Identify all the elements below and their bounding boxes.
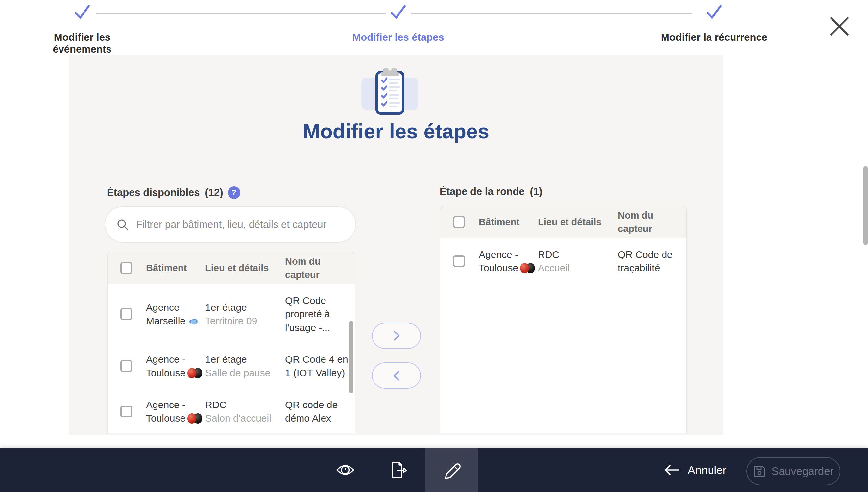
round-panel-count: (1): [530, 186, 542, 198]
search-input[interactable]: [136, 219, 346, 230]
table-row: Agence - Toulouse 1er étageSalle de paus…: [107, 343, 355, 389]
cancel-button[interactable]: Annuler: [664, 448, 726, 492]
check-icon: [706, 4, 723, 20]
row-checkbox[interactable]: [453, 255, 465, 267]
search-bar: [105, 206, 356, 243]
red-black-circles-icon: [187, 413, 202, 424]
fish-icon: [188, 318, 199, 326]
chevron-left-icon: [391, 370, 402, 381]
check-icon: [390, 4, 407, 20]
page-title: Modifier les étapes: [69, 119, 723, 143]
stepper-step-label: Modifier la récurrence: [658, 31, 770, 43]
table-header-row: Bâtiment Lieu et détails Nom du capteur: [440, 206, 686, 239]
table-row: Agence - Toulouse RDCAccueil QR Code de …: [440, 239, 686, 284]
stepper-step-recurrence[interactable]: Modifier la récurrence: [658, 0, 770, 43]
page-scrollbar-thumb[interactable]: [863, 166, 868, 245]
check-icon: [74, 4, 91, 20]
capteur-cell: QR code de démo Alex: [285, 398, 355, 425]
document-export-icon: [389, 461, 408, 479]
view-mode-button[interactable]: [329, 448, 362, 492]
stepper-step-events[interactable]: Modifier les événements: [26, 0, 138, 55]
arrow-left-icon: [664, 464, 679, 475]
pencil-icon: [442, 461, 461, 479]
batiment-cell: Agence - Toulouse: [146, 352, 205, 379]
available-panel-heading: Étapes disponibles (12) ?: [107, 187, 240, 199]
cancel-label: Annuler: [688, 464, 726, 476]
column-header-capteur: Nom du capteur: [618, 209, 686, 235]
stepper-step-etapes[interactable]: Modifier les étapes: [342, 0, 454, 43]
capteur-cell: QR Code propreté à l'usage -...: [285, 294, 355, 334]
edit-mode-button-active[interactable]: [425, 448, 478, 492]
close-icon: [829, 16, 849, 36]
lieu-cell: RDCAccueil: [538, 248, 618, 275]
edit-round-modal: Modifier les événements Modifier les éta…: [0, 0, 868, 492]
batiment-cell: Agence - Toulouse: [146, 398, 205, 425]
select-all-checkbox[interactable]: [120, 262, 132, 274]
round-steps-table: Bâtiment Lieu et détails Nom du capteur …: [440, 205, 687, 434]
stepper-step-label: Modifier les événements: [26, 31, 138, 55]
row-checkbox[interactable]: [120, 308, 132, 320]
save-button[interactable]: Sauvegarder: [746, 457, 840, 486]
capteur-cell: QR Code 4 en 1 (IOT Valley): [285, 352, 355, 379]
move-right-button[interactable]: [372, 323, 421, 349]
column-header-lieu: Lieu et détails: [538, 215, 618, 228]
modal-body: Modifier les étapes Étapes disponibles (…: [69, 55, 723, 435]
save-label: Sauvegarder: [772, 465, 834, 477]
column-header-lieu: Lieu et détails: [205, 262, 285, 275]
column-header-capteur: Nom du capteur: [285, 255, 355, 281]
available-panel-count: (12): [205, 187, 223, 199]
search-icon: [117, 218, 129, 231]
round-panel-heading: Étape de la ronde (1): [440, 186, 542, 198]
lieu-cell: 1er étageTerritoire 09: [205, 301, 285, 327]
red-black-circles-icon: [187, 368, 202, 378]
bottom-toolbar: Annuler Sauvegarder: [0, 448, 868, 492]
row-checkbox[interactable]: [120, 360, 132, 372]
column-header-batiment: Bâtiment: [479, 215, 538, 228]
eye-icon: [336, 463, 354, 477]
column-header-batiment: Bâtiment: [146, 262, 205, 275]
table-scrollbar-thumb[interactable]: [349, 321, 353, 393]
row-checkbox[interactable]: [120, 405, 132, 417]
help-icon[interactable]: ?: [228, 187, 240, 199]
batiment-cell: Agence - Marseille: [146, 301, 205, 327]
lieu-cell: 1er étageSalle de pause: [205, 352, 285, 379]
close-button[interactable]: [827, 14, 852, 39]
available-steps-table: Bâtiment Lieu et détails Nom du capteur …: [107, 252, 355, 434]
stepper-step-label: Modifier les étapes: [342, 31, 454, 43]
clipboard-checklist-icon: [373, 65, 407, 116]
select-all-checkbox[interactable]: [453, 216, 465, 228]
export-document-button[interactable]: [382, 448, 415, 492]
table-row: Agence - Toulouse RDCSalon d'accueil QR …: [107, 389, 355, 434]
capteur-cell: QR Code de traçabilité: [618, 248, 686, 275]
table-row: Agence - Marseille 1er étageTerritoire 0…: [107, 285, 355, 343]
red-black-circles-icon: [520, 263, 535, 273]
batiment-cell: Agence - Toulouse: [479, 248, 538, 275]
lieu-cell: RDCSalon d'accueil: [205, 398, 285, 425]
save-floppy-icon: [753, 465, 766, 477]
chevron-right-icon: [391, 330, 402, 341]
table-header-row: Bâtiment Lieu et détails Nom du capteur: [107, 252, 355, 285]
available-panel-title: Étapes disponibles: [107, 187, 200, 199]
move-left-button[interactable]: [372, 363, 421, 389]
round-panel-title: Étape de la ronde: [440, 186, 525, 198]
